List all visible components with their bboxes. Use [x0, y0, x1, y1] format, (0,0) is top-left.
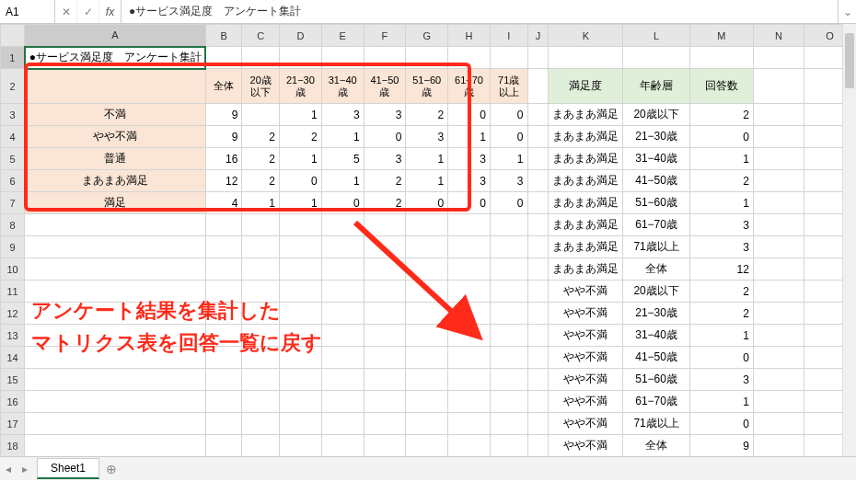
cell-K15[interactable]: やや不満 — [549, 369, 623, 391]
cell-N16[interactable] — [753, 391, 804, 413]
cell-C16[interactable] — [242, 391, 280, 413]
cell-K8[interactable]: まあまあ満足 — [549, 214, 623, 236]
cell-N5[interactable] — [753, 148, 804, 170]
cell-B7[interactable]: 4 — [205, 192, 242, 214]
col-header-B[interactable]: B — [205, 25, 242, 47]
row-header-14[interactable]: 14 — [1, 347, 25, 369]
col-header-I[interactable]: I — [490, 25, 527, 47]
cell-I18[interactable] — [490, 435, 527, 457]
cell-B6[interactable]: 12 — [205, 170, 242, 192]
cell-N15[interactable] — [753, 369, 804, 391]
cell-D8[interactable] — [280, 214, 322, 236]
fx-icon[interactable]: fx — [99, 0, 121, 23]
cell-K4[interactable]: まあまあ満足 — [549, 126, 623, 148]
col-header-N[interactable]: N — [753, 25, 804, 47]
tab-nav-prev[interactable]: ◂ — [0, 463, 17, 475]
cell-E16[interactable] — [321, 391, 364, 413]
cell-E17[interactable] — [321, 413, 364, 435]
cell-K5[interactable]: まあまあ満足 — [549, 148, 623, 170]
sheet-tab[interactable]: Sheet1 — [37, 458, 99, 479]
cell-D3[interactable]: 1 — [280, 104, 322, 126]
cell-B15[interactable] — [205, 369, 242, 391]
cell-J5[interactable] — [527, 148, 549, 170]
cell-K12[interactable]: やや不満 — [549, 303, 623, 325]
cell-H15[interactable] — [448, 369, 491, 391]
cell-B12[interactable] — [205, 303, 242, 325]
cell-G17[interactable] — [406, 413, 448, 435]
cell-H8[interactable] — [448, 214, 491, 236]
cell-H2[interactable]: 61−70歳 — [448, 69, 491, 104]
cell-L13[interactable]: 31−40歳 — [623, 325, 690, 347]
col-header-F[interactable]: F — [364, 25, 406, 47]
cell-E2[interactable]: 31−40歳 — [321, 69, 364, 104]
cell-F6[interactable]: 2 — [364, 170, 406, 192]
cell-C17[interactable] — [242, 413, 280, 435]
add-sheet-button[interactable]: ⊕ — [99, 462, 123, 476]
cell-G9[interactable] — [406, 236, 448, 258]
cell-B9[interactable] — [205, 236, 242, 258]
cell-I16[interactable] — [490, 391, 527, 413]
col-header-L[interactable]: L — [623, 25, 690, 47]
cell-M17[interactable]: 0 — [689, 413, 753, 435]
cell-N8[interactable] — [753, 214, 804, 236]
cell-F4[interactable]: 0 — [364, 126, 406, 148]
cell-L5[interactable]: 31−40歳 — [623, 148, 690, 170]
cell-A16[interactable] — [25, 391, 206, 413]
cell-B3[interactable]: 9 — [205, 104, 242, 126]
cell-K13[interactable]: やや不満 — [549, 325, 623, 347]
scrollbar-thumb[interactable] — [845, 33, 854, 88]
cell-I15[interactable] — [490, 369, 527, 391]
cell-I5[interactable]: 1 — [490, 148, 527, 170]
cell-C3[interactable] — [242, 104, 280, 126]
cell-J4[interactable] — [527, 126, 549, 148]
cell-C15[interactable] — [242, 369, 280, 391]
cell-H13[interactable] — [448, 325, 491, 347]
cell-N12[interactable] — [753, 303, 804, 325]
cell-H1[interactable] — [448, 47, 491, 69]
cell-J11[interactable] — [527, 281, 549, 303]
col-header-M[interactable]: M — [689, 25, 753, 47]
vertical-scrollbar[interactable] — [842, 24, 856, 456]
cell-F16[interactable] — [364, 391, 406, 413]
cell-B11[interactable] — [205, 281, 242, 303]
cell-H17[interactable] — [448, 413, 491, 435]
cell-C11[interactable] — [242, 281, 280, 303]
cell-D1[interactable] — [280, 47, 322, 69]
cell-L18[interactable]: 全体 — [623, 435, 690, 457]
cell-N10[interactable] — [753, 258, 804, 281]
cell-F8[interactable] — [364, 214, 406, 236]
cell-M4[interactable]: 0 — [689, 126, 753, 148]
cell-D14[interactable] — [280, 347, 322, 369]
cell-E10[interactable] — [321, 258, 364, 281]
cell-D16[interactable] — [280, 391, 322, 413]
cell-D7[interactable]: 1 — [280, 192, 322, 214]
cell-G15[interactable] — [406, 369, 448, 391]
cell-I3[interactable]: 0 — [490, 104, 527, 126]
cell-A14[interactable] — [25, 347, 206, 369]
cell-G14[interactable] — [406, 347, 448, 369]
cell-E12[interactable] — [321, 303, 364, 325]
col-header-E[interactable]: E — [321, 25, 364, 47]
cell-E13[interactable] — [321, 325, 364, 347]
cell-G5[interactable]: 1 — [406, 148, 448, 170]
cell-I7[interactable]: 0 — [490, 192, 527, 214]
row-header-4[interactable]: 4 — [1, 126, 25, 148]
cell-N4[interactable] — [753, 126, 804, 148]
cell-K18[interactable]: やや不満 — [549, 435, 623, 457]
cell-M14[interactable]: 0 — [689, 347, 753, 369]
cell-J16[interactable] — [527, 391, 549, 413]
cell-L8[interactable]: 61−70歳 — [623, 214, 690, 236]
cell-H3[interactable]: 0 — [448, 104, 491, 126]
cell-L11[interactable]: 20歳以下 — [623, 281, 690, 303]
cell-L15[interactable]: 51−60歳 — [623, 369, 690, 391]
cell-L14[interactable]: 41−50歳 — [623, 347, 690, 369]
cell-A5[interactable]: 普通 — [25, 148, 206, 170]
cell-K6[interactable]: まあまあ満足 — [549, 170, 623, 192]
select-all-cell[interactable] — [1, 25, 25, 47]
cell-C10[interactable] — [242, 258, 280, 281]
cell-B16[interactable] — [205, 391, 242, 413]
cell-H7[interactable]: 0 — [448, 192, 491, 214]
cell-G18[interactable] — [406, 435, 448, 457]
confirm-formula-button[interactable]: ✓ — [77, 0, 99, 23]
cell-G4[interactable]: 3 — [406, 126, 448, 148]
